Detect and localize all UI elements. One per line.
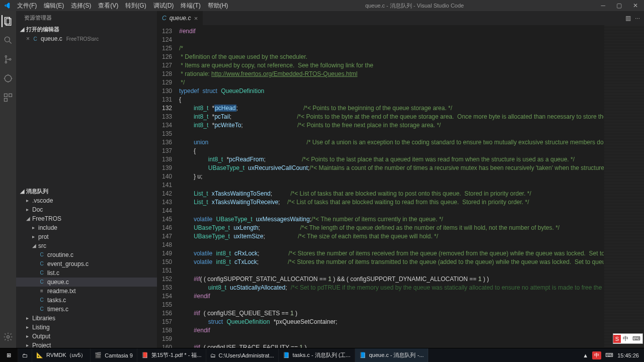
tree-item[interactable]: Clist.c bbox=[16, 268, 157, 278]
tree-label: tasks.c bbox=[47, 297, 66, 304]
tray-keyboard-icon[interactable]: ⌨ bbox=[605, 352, 613, 358]
c-file-icon: C bbox=[38, 279, 45, 285]
taskbar-button[interactable]: 📕第15节-1.pdf * - 福... bbox=[137, 348, 206, 363]
explorer-title: 资源管理器 bbox=[16, 11, 157, 25]
tree-item[interactable]: ▸Output bbox=[16, 332, 157, 341]
tree-label: src bbox=[38, 242, 46, 249]
ime-input-icon[interactable]: ⌨ bbox=[630, 334, 642, 343]
taskbar-button[interactable]: 🗂C:\Users\Administrat... bbox=[206, 348, 279, 363]
svg-point-15 bbox=[7, 336, 10, 338]
menu-view[interactable]: 查看(V) bbox=[95, 1, 121, 11]
taskbar-button[interactable]: ⊞ bbox=[0, 348, 18, 363]
chevron-icon: ▸ bbox=[26, 198, 30, 203]
open-editors-header[interactable]: ◢ 打开的编辑器 bbox=[16, 25, 157, 34]
close-editor-icon[interactable]: × bbox=[26, 35, 30, 42]
tree-item[interactable]: Ctasks.c bbox=[16, 296, 157, 305]
tab-close-icon[interactable]: × bbox=[194, 15, 198, 22]
more-actions-icon[interactable]: ··· bbox=[635, 15, 640, 22]
taskbar-label: C:\Users\Administrat... bbox=[219, 352, 274, 358]
c-file-icon: C bbox=[38, 270, 45, 276]
tab-queue-c[interactable]: C queue.c × bbox=[157, 11, 203, 25]
maximize-icon[interactable]: ▢ bbox=[613, 1, 625, 10]
ime-lang-cn-icon[interactable]: 中 bbox=[621, 334, 630, 343]
workspace-header[interactable]: ◢ 消息队列 bbox=[16, 187, 157, 196]
tree-item[interactable]: ▸Doc bbox=[16, 205, 157, 214]
tree-item[interactable]: ▸include bbox=[16, 223, 157, 232]
ime-mode-icon[interactable]: S bbox=[613, 335, 621, 343]
tree-item[interactable]: Ccroutine.c bbox=[16, 250, 157, 259]
chevron-down-icon: ◢ bbox=[20, 26, 24, 33]
tree-item[interactable]: ▸Listing bbox=[16, 323, 157, 332]
tree-item[interactable]: Ctimers.c bbox=[16, 305, 157, 314]
system-tray: ▲ 中 ⌨ 15:45:26 bbox=[578, 351, 644, 359]
c-file-icon: C bbox=[38, 252, 45, 257]
c-file-icon: C bbox=[162, 15, 167, 22]
activity-settings-icon[interactable] bbox=[2, 331, 14, 343]
tab-label: queue.c bbox=[170, 15, 191, 22]
svg-point-2 bbox=[5, 37, 10, 42]
tree-item[interactable]: ◢src bbox=[16, 241, 157, 250]
taskbar-label: Camtasia 9 bbox=[105, 352, 133, 358]
split-editor-icon[interactable]: ▥ bbox=[625, 15, 631, 22]
taskbar-icon: 📐 bbox=[36, 352, 43, 358]
tree-label: list.c bbox=[47, 269, 59, 277]
taskbar-label: RVMDK（uv5） bbox=[46, 351, 86, 359]
chevron-down-icon: ◢ bbox=[20, 188, 24, 195]
windows-taskbar: ⊞🗀📐RVMDK（uv5）🎬Camtasia 9📕第15节-1.pdf * - … bbox=[0, 348, 644, 362]
tree-label: queue.c bbox=[47, 279, 69, 286]
tray-clock[interactable]: 15:45:26 bbox=[617, 352, 639, 358]
tree-label: Doc bbox=[32, 206, 43, 213]
menu-terminal[interactable]: 终端(T) bbox=[178, 1, 203, 11]
c-file-icon: C bbox=[38, 261, 45, 266]
taskbar-label: 第15节-1.pdf * - 福... bbox=[151, 351, 202, 359]
taskbar-button[interactable]: 🗀 bbox=[18, 348, 32, 363]
menu-go[interactable]: 转到(G) bbox=[122, 1, 149, 11]
tree-item[interactable]: Cevent_groups.c bbox=[16, 259, 157, 268]
file-tree: ▸.vscode▸Doc◢FreeTROS▸include▸prot◢srcCc… bbox=[16, 196, 157, 348]
chevron-icon: ▸ bbox=[26, 342, 30, 348]
menu-edit[interactable]: 编辑(E) bbox=[41, 1, 67, 11]
tree-label: event_groups.c bbox=[47, 260, 89, 267]
main-menu: 文件(F) 编辑(E) 选择(S) 查看(V) 转到(G) 调试(D) 终端(T… bbox=[14, 1, 231, 11]
menu-selection[interactable]: 选择(S) bbox=[68, 1, 94, 11]
minimize-icon[interactable]: ─ bbox=[598, 1, 608, 10]
line-number-gutter: 1231241251261271281291301311321331341351… bbox=[157, 25, 179, 348]
minimap[interactable] bbox=[604, 25, 644, 348]
activity-debug-icon[interactable] bbox=[2, 72, 14, 84]
taskbar-button[interactable]: 📘tasks.c - 消息队列 (工... bbox=[279, 348, 355, 363]
tree-item[interactable]: ▸Project bbox=[16, 341, 157, 348]
svg-line-3 bbox=[10, 42, 12, 44]
tray-ime-icon[interactable]: 中 bbox=[592, 351, 601, 359]
activity-explorer-icon[interactable] bbox=[2, 15, 14, 27]
open-editors-label: 打开的编辑器 bbox=[26, 26, 59, 33]
tree-label: Libraries bbox=[32, 315, 55, 322]
taskbar-icon: 🗀 bbox=[22, 352, 28, 358]
activity-extensions-icon[interactable] bbox=[2, 92, 14, 104]
tree-item[interactable]: ≡readme.txt bbox=[16, 287, 157, 296]
chevron-icon: ▸ bbox=[26, 315, 30, 321]
tree-item[interactable]: ◢FreeTROS bbox=[16, 214, 157, 223]
close-icon[interactable]: ✕ bbox=[630, 1, 641, 10]
tree-item[interactable]: ▸Libraries bbox=[16, 314, 157, 323]
tree-label: croutine.c bbox=[47, 251, 73, 258]
tree-label: prot bbox=[38, 233, 49, 240]
tray-expand-icon[interactable]: ▲ bbox=[583, 352, 588, 358]
taskbar-button[interactable]: 🎬Camtasia 9 bbox=[91, 348, 137, 363]
menu-debug[interactable]: 调试(D) bbox=[150, 1, 177, 11]
open-editor-item[interactable]: × C queue.c FreeTROS\src bbox=[16, 34, 157, 43]
taskbar-button[interactable]: 📐RVMDK（uv5） bbox=[32, 348, 91, 363]
c-file-icon: C bbox=[38, 297, 45, 303]
c-file-icon: C bbox=[38, 306, 45, 312]
menu-file[interactable]: 文件(F) bbox=[14, 1, 40, 11]
tree-label: FreeTROS bbox=[32, 215, 61, 222]
tree-item[interactable]: Cqueue.c bbox=[16, 278, 157, 287]
taskbar-button[interactable]: 📘queue.c - 消息队列 -... bbox=[355, 348, 429, 363]
menu-help[interactable]: 帮助(H) bbox=[205, 1, 231, 11]
svg-rect-12 bbox=[5, 94, 8, 97]
activity-search-icon[interactable] bbox=[2, 34, 14, 46]
tree-item[interactable]: ▸.vscode bbox=[16, 196, 157, 205]
tree-item[interactable]: ▸prot bbox=[16, 232, 157, 241]
ime-toolbar[interactable]: S 中 ⌨ bbox=[613, 333, 643, 344]
code-editor[interactable]: #endif /* * Definition of the queue used… bbox=[179, 25, 604, 348]
activity-scm-icon[interactable] bbox=[2, 53, 14, 65]
